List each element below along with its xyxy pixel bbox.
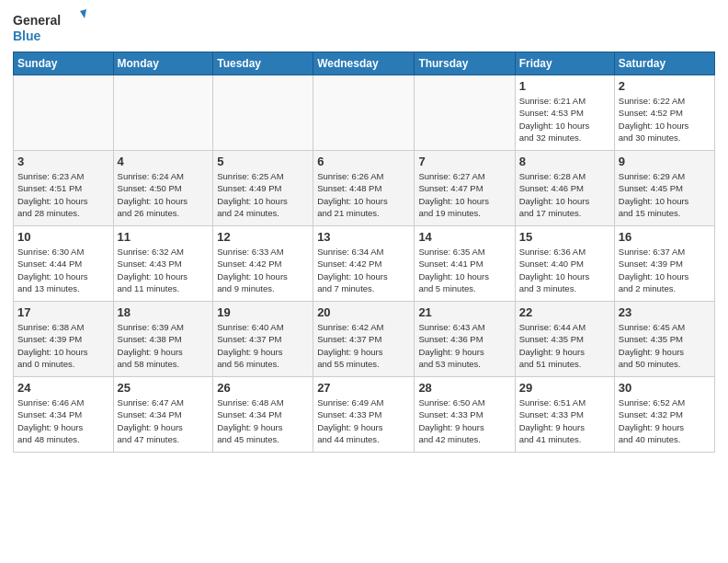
day-cell: 22Sunrise: 6:44 AM Sunset: 4:35 PM Dayli… (515, 302, 614, 377)
day-info: Sunrise: 6:45 AM Sunset: 4:35 PM Dayligh… (619, 321, 711, 370)
day-number: 28 (418, 381, 510, 395)
svg-text:Blue: Blue (13, 29, 41, 43)
col-header-monday: Monday (113, 52, 213, 75)
day-info: Sunrise: 6:23 AM Sunset: 4:51 PM Dayligh… (17, 170, 109, 219)
day-info: Sunrise: 6:40 AM Sunset: 4:37 PM Dayligh… (217, 321, 309, 370)
day-info: Sunrise: 6:26 AM Sunset: 4:48 PM Dayligh… (317, 170, 410, 219)
day-number: 9 (619, 155, 711, 168)
col-header-saturday: Saturday (614, 52, 714, 75)
day-number: 11 (118, 230, 210, 244)
day-info: Sunrise: 6:46 AM Sunset: 4:34 PM Dayligh… (17, 396, 109, 445)
col-header-wednesday: Wednesday (313, 52, 415, 75)
day-number: 8 (519, 155, 610, 168)
day-cell: 12Sunrise: 6:33 AM Sunset: 4:42 PM Dayli… (213, 226, 313, 302)
day-info: Sunrise: 6:36 AM Sunset: 4:40 PM Dayligh… (519, 246, 610, 294)
day-cell: 28Sunrise: 6:50 AM Sunset: 4:33 PM Dayli… (415, 377, 515, 453)
day-info: Sunrise: 6:22 AM Sunset: 4:52 PM Dayligh… (619, 95, 711, 144)
day-cell (14, 75, 114, 151)
day-number: 29 (519, 381, 610, 395)
day-cell (213, 75, 313, 151)
day-number: 16 (619, 230, 711, 244)
day-cell: 27Sunrise: 6:49 AM Sunset: 4:33 PM Dayli… (313, 377, 415, 453)
day-cell: 8Sunrise: 6:28 AM Sunset: 4:46 PM Daylig… (515, 151, 614, 226)
day-number: 27 (317, 381, 410, 395)
day-cell: 24Sunrise: 6:46 AM Sunset: 4:34 PM Dayli… (14, 377, 114, 453)
day-info: Sunrise: 6:29 AM Sunset: 4:45 PM Dayligh… (619, 170, 711, 219)
day-cell: 17Sunrise: 6:38 AM Sunset: 4:39 PM Dayli… (14, 302, 114, 377)
day-number: 1 (519, 79, 610, 93)
day-number: 18 (118, 305, 210, 319)
day-cell: 10Sunrise: 6:30 AM Sunset: 4:44 PM Dayli… (14, 226, 114, 302)
day-number: 21 (418, 305, 510, 319)
page-container: General Blue SundayMondayTuesdayWednesda… (0, 0, 728, 462)
day-info: Sunrise: 6:25 AM Sunset: 4:49 PM Dayligh… (217, 170, 309, 219)
day-info: Sunrise: 6:24 AM Sunset: 4:50 PM Dayligh… (118, 170, 210, 219)
day-cell: 7Sunrise: 6:27 AM Sunset: 4:47 PM Daylig… (415, 151, 515, 226)
col-header-friday: Friday (515, 52, 614, 75)
day-cell: 6Sunrise: 6:26 AM Sunset: 4:48 PM Daylig… (313, 151, 415, 226)
day-number: 30 (619, 381, 711, 395)
day-cell: 18Sunrise: 6:39 AM Sunset: 4:38 PM Dayli… (113, 302, 213, 377)
day-number: 13 (317, 230, 410, 244)
day-cell: 4Sunrise: 6:24 AM Sunset: 4:50 PM Daylig… (113, 151, 213, 226)
day-info: Sunrise: 6:52 AM Sunset: 4:32 PM Dayligh… (619, 396, 711, 445)
week-row-0: 1Sunrise: 6:21 AM Sunset: 4:53 PM Daylig… (14, 75, 715, 151)
day-number: 14 (418, 230, 510, 244)
day-cell: 29Sunrise: 6:51 AM Sunset: 4:33 PM Dayli… (515, 377, 614, 453)
day-cell: 13Sunrise: 6:34 AM Sunset: 4:42 PM Dayli… (313, 226, 415, 302)
svg-marker-2 (80, 9, 86, 18)
day-cell: 25Sunrise: 6:47 AM Sunset: 4:34 PM Dayli… (113, 377, 213, 453)
day-info: Sunrise: 6:39 AM Sunset: 4:38 PM Dayligh… (118, 321, 210, 370)
day-info: Sunrise: 6:38 AM Sunset: 4:39 PM Dayligh… (17, 321, 109, 370)
week-row-2: 10Sunrise: 6:30 AM Sunset: 4:44 PM Dayli… (14, 226, 715, 302)
day-number: 24 (17, 381, 109, 395)
header-row: SundayMondayTuesdayWednesdayThursdayFrid… (14, 52, 715, 75)
day-number: 12 (217, 230, 309, 244)
day-number: 26 (217, 381, 309, 395)
day-cell: 14Sunrise: 6:35 AM Sunset: 4:41 PM Dayli… (415, 226, 515, 302)
day-info: Sunrise: 6:35 AM Sunset: 4:41 PM Dayligh… (418, 246, 510, 294)
day-cell (313, 75, 415, 151)
day-cell: 23Sunrise: 6:45 AM Sunset: 4:35 PM Dayli… (614, 302, 714, 377)
day-info: Sunrise: 6:47 AM Sunset: 4:34 PM Dayligh… (118, 396, 210, 445)
day-cell: 16Sunrise: 6:37 AM Sunset: 4:39 PM Dayli… (614, 226, 714, 302)
day-info: Sunrise: 6:44 AM Sunset: 4:35 PM Dayligh… (519, 321, 610, 370)
day-info: Sunrise: 6:49 AM Sunset: 4:33 PM Dayligh… (317, 396, 410, 445)
day-info: Sunrise: 6:51 AM Sunset: 4:33 PM Dayligh… (519, 396, 610, 445)
week-row-1: 3Sunrise: 6:23 AM Sunset: 4:51 PM Daylig… (14, 151, 715, 226)
day-info: Sunrise: 6:37 AM Sunset: 4:39 PM Dayligh… (619, 246, 711, 294)
day-number: 5 (217, 155, 309, 168)
col-header-tuesday: Tuesday (213, 52, 313, 75)
day-number: 6 (317, 155, 410, 168)
day-cell: 5Sunrise: 6:25 AM Sunset: 4:49 PM Daylig… (213, 151, 313, 226)
logo: General Blue (13, 9, 86, 46)
day-number: 17 (17, 305, 109, 319)
day-cell: 26Sunrise: 6:48 AM Sunset: 4:34 PM Dayli… (213, 377, 313, 453)
day-number: 20 (317, 305, 410, 319)
day-cell: 21Sunrise: 6:43 AM Sunset: 4:36 PM Dayli… (415, 302, 515, 377)
day-cell: 9Sunrise: 6:29 AM Sunset: 4:45 PM Daylig… (614, 151, 714, 226)
day-cell (415, 75, 515, 151)
day-cell (113, 75, 213, 151)
logo-svg: General Blue (13, 9, 86, 46)
day-info: Sunrise: 6:32 AM Sunset: 4:43 PM Dayligh… (118, 246, 210, 294)
col-header-sunday: Sunday (14, 52, 114, 75)
day-cell: 15Sunrise: 6:36 AM Sunset: 4:40 PM Dayli… (515, 226, 614, 302)
day-info: Sunrise: 6:27 AM Sunset: 4:47 PM Dayligh… (418, 170, 510, 219)
day-number: 2 (619, 79, 711, 93)
day-number: 23 (619, 305, 711, 319)
day-info: Sunrise: 6:50 AM Sunset: 4:33 PM Dayligh… (418, 396, 510, 445)
day-number: 19 (217, 305, 309, 319)
day-number: 3 (17, 155, 109, 168)
day-cell: 2Sunrise: 6:22 AM Sunset: 4:52 PM Daylig… (614, 75, 714, 151)
day-number: 10 (17, 230, 109, 244)
svg-text:General: General (13, 13, 61, 28)
day-cell: 30Sunrise: 6:52 AM Sunset: 4:32 PM Dayli… (614, 377, 714, 453)
week-row-4: 24Sunrise: 6:46 AM Sunset: 4:34 PM Dayli… (14, 377, 715, 453)
day-info: Sunrise: 6:30 AM Sunset: 4:44 PM Dayligh… (17, 246, 109, 294)
calendar-table: SundayMondayTuesdayWednesdayThursdayFrid… (13, 52, 715, 453)
day-info: Sunrise: 6:33 AM Sunset: 4:42 PM Dayligh… (217, 246, 309, 294)
day-cell: 20Sunrise: 6:42 AM Sunset: 4:37 PM Dayli… (313, 302, 415, 377)
day-info: Sunrise: 6:42 AM Sunset: 4:37 PM Dayligh… (317, 321, 410, 370)
day-info: Sunrise: 6:43 AM Sunset: 4:36 PM Dayligh… (418, 321, 510, 370)
